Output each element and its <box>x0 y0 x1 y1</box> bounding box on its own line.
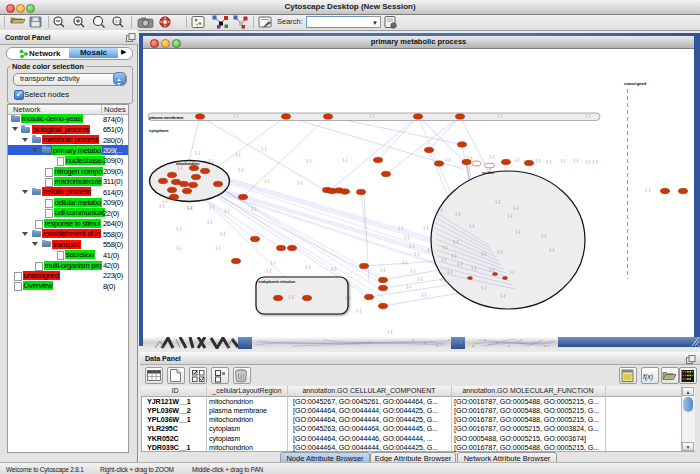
svg-text:[...]: [...] <box>508 214 513 218</box>
svg-text:[...]: [...] <box>574 159 579 163</box>
svg-text:[...]: [...] <box>516 230 521 234</box>
svg-text:[...]: [...] <box>438 208 443 212</box>
svg-text:[...]: [...] <box>498 250 503 254</box>
svg-text:[...]: [...] <box>442 258 447 262</box>
svg-text:[...]: [...] <box>160 204 165 208</box>
svg-text:[...]: [...] <box>452 254 457 258</box>
svg-text:[...]: [...] <box>188 206 193 210</box>
svg-text:[...]: [...] <box>252 207 257 211</box>
svg-text:[...]: [...] <box>177 246 182 250</box>
svg-text:[...]: [...] <box>441 278 446 282</box>
svg-text:[...]: [...] <box>239 168 244 172</box>
svg-text:[...]: [...] <box>496 200 501 204</box>
svg-text:[...]: [...] <box>422 293 427 297</box>
svg-text:[...]: [...] <box>510 270 515 274</box>
svg-text:[...]: [...] <box>428 248 433 252</box>
svg-text:[...]: [...] <box>448 270 453 274</box>
svg-text:[...]: [...] <box>547 160 552 164</box>
svg-text:[...]: [...] <box>550 248 555 252</box>
svg-text:mitochondrion: mitochondrion <box>176 162 199 166</box>
svg-text:[...]: [...] <box>454 240 459 244</box>
svg-text:[...]: [...] <box>446 158 451 162</box>
svg-text:[...]: [...] <box>646 188 651 192</box>
svg-text:[...]: [...] <box>515 158 520 162</box>
svg-text:[...]: [...] <box>415 252 420 256</box>
svg-text:[...]: [...] <box>482 286 487 290</box>
svg-text:[...]: [...] <box>236 153 241 157</box>
svg-text:[...]: [...] <box>163 199 168 203</box>
svg-text:[...]: [...] <box>468 156 473 160</box>
svg-text:[...]: [...] <box>196 151 201 155</box>
svg-text:[...]: [...] <box>458 262 463 266</box>
svg-text:[...]: [...] <box>216 246 221 250</box>
svg-text:[...]: [...] <box>470 224 475 228</box>
svg-text:[...]: [...] <box>298 181 303 185</box>
svg-text:[...]: [...] <box>424 226 429 230</box>
svg-text:[...]: [...] <box>407 285 412 289</box>
svg-text:[...]: [...] <box>346 296 351 300</box>
svg-text:endoplasmic reticulum: endoplasmic reticulum <box>259 280 296 284</box>
svg-text:[...]: [...] <box>418 277 423 281</box>
svg-text:[...]: [...] <box>210 205 215 209</box>
svg-text:[...]: [...] <box>472 266 477 270</box>
svg-text:[...]: [...] <box>586 160 591 164</box>
svg-text:[...]: [...] <box>262 147 267 151</box>
svg-text:[...]: [...] <box>381 268 386 272</box>
svg-text:[...]: [...] <box>234 114 239 118</box>
svg-text:[...]: [...] <box>456 212 461 216</box>
svg-text:[...]: [...] <box>586 114 591 118</box>
svg-text:[...]: [...] <box>306 265 311 269</box>
svg-text:[...]: [...] <box>332 267 337 271</box>
svg-text:[...]: [...] <box>225 209 230 213</box>
svg-text:[...]: [...] <box>357 309 362 313</box>
svg-text:[...]: [...] <box>177 227 182 231</box>
svg-text:[...]: [...] <box>498 114 503 118</box>
svg-text:[...]: [...] <box>370 114 375 118</box>
svg-text:[...]: [...] <box>307 159 312 163</box>
svg-text:[...]: [...] <box>501 294 506 298</box>
svg-text:[...]: [...] <box>443 246 448 250</box>
svg-text:[...]: [...] <box>271 261 276 265</box>
svg-text:[...]: [...] <box>536 159 541 163</box>
svg-text:[...]: [...] <box>490 155 495 159</box>
svg-text:plasma membrane: plasma membrane <box>149 115 184 120</box>
svg-text:[...]: [...] <box>209 159 214 163</box>
svg-text:f(x): f(x) <box>643 373 653 381</box>
svg-text:[...]: [...] <box>388 330 393 334</box>
svg-text:nucleus: nucleus <box>482 171 494 175</box>
svg-text:[...]: [...] <box>410 244 415 248</box>
svg-text:[...]: [...] <box>524 160 529 164</box>
svg-text:[...]: [...] <box>514 206 519 210</box>
svg-text:unassigned: unassigned <box>624 81 647 86</box>
svg-text:[...]: [...] <box>411 269 416 273</box>
svg-text:[...]: [...] <box>289 295 294 299</box>
svg-text:[...]: [...] <box>403 261 408 265</box>
svg-text:[...]: [...] <box>267 269 272 273</box>
svg-text:[...]: [...] <box>593 160 598 164</box>
svg-text:cytoplasm: cytoplasm <box>149 128 169 133</box>
svg-text:[...]: [...] <box>482 252 487 256</box>
svg-text:[...]: [...] <box>153 168 158 172</box>
svg-text:[...]: [...] <box>208 220 213 224</box>
svg-text:[...]: [...] <box>490 268 495 272</box>
svg-text:[...]: [...] <box>265 179 270 183</box>
svg-text:[...]: [...] <box>542 234 547 238</box>
svg-text:[...]: [...] <box>221 232 226 236</box>
svg-text:1:1: 1:1 <box>115 19 121 24</box>
svg-text:[...]: [...] <box>399 226 404 230</box>
svg-text:[...]: [...] <box>405 236 410 240</box>
svg-text:[...]: [...] <box>178 166 183 170</box>
svg-text:[...]: [...] <box>343 158 348 162</box>
svg-text:[...]: [...] <box>561 159 566 163</box>
